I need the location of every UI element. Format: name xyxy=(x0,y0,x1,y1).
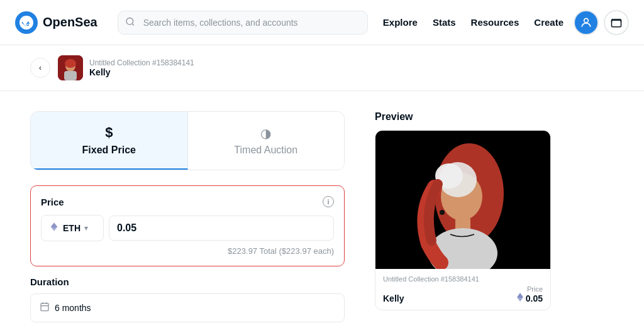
duration-title: Duration xyxy=(30,276,345,287)
tab-timed-label: Timed Auction xyxy=(234,145,297,156)
calendar-icon xyxy=(40,302,50,314)
nav-explore[interactable]: Explore xyxy=(383,17,418,28)
back-button[interactable]: ‹ xyxy=(30,58,50,78)
preview-label: Preview xyxy=(375,111,551,123)
svg-rect-9 xyxy=(41,303,48,311)
nav-actions xyxy=(574,10,629,35)
collection-name: Untitled Collection #158384141 xyxy=(89,58,194,67)
preview-price-value: 0.05 xyxy=(516,293,543,303)
main-content: $ Fixed Price ◑ Timed Auction Price i xyxy=(0,91,644,328)
preview-price-wrap: Price 0.05 xyxy=(516,285,543,303)
duration-section: Duration 6 months xyxy=(30,276,345,322)
preview-price-label: Price xyxy=(527,285,543,293)
svg-point-5 xyxy=(65,59,76,68)
logo-icon xyxy=(15,11,38,34)
nav-stats[interactable]: Stats xyxy=(433,17,456,28)
preview-bottom: Kelly Price 0.05 xyxy=(383,285,543,303)
duration-select[interactable]: 6 months xyxy=(30,293,345,322)
right-panel: Preview xyxy=(375,111,551,328)
preview-eth-icon xyxy=(516,293,524,303)
preview-footer: Untitled Collection #158384141 Kelly Pri… xyxy=(375,269,550,310)
breadcrumb-bar: ‹ Untitled Collection #158384141 Kelly xyxy=(0,45,644,91)
currency-select[interactable]: ETH ▾ xyxy=(41,215,104,241)
collection-thumb-image xyxy=(58,55,83,80)
duration-value: 6 months xyxy=(55,303,335,313)
tab-fixed-label: Fixed Price xyxy=(82,145,136,156)
svg-point-20 xyxy=(440,210,445,215)
svg-rect-6 xyxy=(64,71,77,80)
eth-icon xyxy=(49,222,59,234)
svg-point-1 xyxy=(584,18,589,23)
timed-auction-icon: ◑ xyxy=(260,126,271,141)
preview-collection: Untitled Collection #158384141 xyxy=(383,275,543,283)
currency-label: ETH xyxy=(63,223,80,233)
listing-tabs: $ Fixed Price ◑ Timed Auction xyxy=(30,111,345,170)
collection-thumbnail xyxy=(58,55,83,80)
price-info-icon[interactable]: i xyxy=(323,196,334,207)
preview-item-name: Kelly xyxy=(383,293,404,303)
search-icon xyxy=(125,16,135,28)
search-bar[interactable] xyxy=(118,11,368,35)
price-title: Price xyxy=(41,197,64,207)
logo[interactable]: OpenSea xyxy=(15,11,97,34)
nav-resources[interactable]: Resources xyxy=(471,17,519,28)
price-input-row: ETH ▾ xyxy=(41,215,334,241)
collection-info: Untitled Collection #158384141 Kelly xyxy=(89,58,194,77)
collection-item-name: Kelly xyxy=(89,67,194,77)
logo-text: OpenSea xyxy=(43,15,97,30)
price-section: Price i ETH ▾ $223.97 Total ($223.97 eac xyxy=(30,185,345,266)
tab-timed-auction[interactable]: ◑ Timed Auction xyxy=(188,112,345,170)
nav-links: Explore Stats Resources Create xyxy=(383,17,564,28)
search-input[interactable] xyxy=(118,11,368,35)
preview-image xyxy=(375,131,550,269)
navbar: OpenSea Explore Stats Resources Create xyxy=(0,0,644,45)
preview-eth-value: 0.05 xyxy=(526,293,543,303)
currency-chevron-icon: ▾ xyxy=(84,224,88,232)
nav-create[interactable]: Create xyxy=(534,17,564,28)
price-input[interactable] xyxy=(109,216,334,241)
price-header: Price i xyxy=(41,196,334,207)
wallet-icon-btn[interactable] xyxy=(604,10,629,35)
fixed-price-icon: $ xyxy=(105,124,113,141)
profile-icon-btn[interactable] xyxy=(574,10,599,35)
svg-rect-2 xyxy=(612,20,621,27)
preview-card: Untitled Collection #158384141 Kelly Pri… xyxy=(375,130,551,310)
svg-point-0 xyxy=(126,18,133,25)
left-panel: $ Fixed Price ◑ Timed Auction Price i xyxy=(30,111,345,328)
usd-value: $223.97 Total ($223.97 each) xyxy=(41,246,334,256)
tab-fixed-price[interactable]: $ Fixed Price xyxy=(31,112,188,170)
